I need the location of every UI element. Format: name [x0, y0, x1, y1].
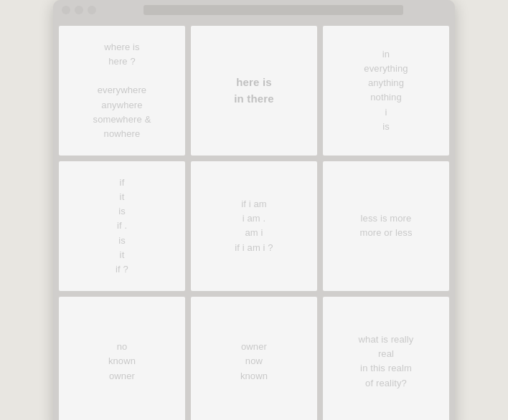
traffic-light-close[interactable] — [62, 6, 70, 14]
titlebar-url-bar — [144, 5, 403, 15]
cell-4: if it is if . is it if ? — [59, 161, 185, 291]
traffic-light-minimize[interactable] — [75, 6, 83, 14]
cell-7: no known owner — [59, 297, 185, 420]
cell-5-text: if i am i am . am i if i am i ? — [235, 197, 273, 255]
cell-3: in everything anything nothing i is — [323, 26, 449, 156]
cell-3-text: in everything anything nothing i is — [364, 47, 408, 134]
browser-window: where is here ? everywhere anywhere some… — [53, 0, 455, 420]
cell-7-text: no known owner — [108, 340, 136, 383]
cell-5: if i am i am . am i if i am i ? — [191, 161, 317, 291]
cell-1-text: where is here ? everywhere anywhere some… — [93, 40, 151, 141]
poem-grid: where is here ? everywhere anywhere some… — [53, 20, 455, 420]
cell-9: what is really real in this realm of rea… — [323, 297, 449, 420]
cell-6-text: less is more more or less — [359, 211, 412, 240]
cell-2: here is in there — [191, 26, 317, 156]
cell-2-text: here is in there — [234, 74, 273, 108]
traffic-light-maximize[interactable] — [88, 6, 96, 14]
cell-8-text: owner now known — [240, 340, 268, 383]
titlebar — [53, 0, 455, 20]
cell-1: where is here ? everywhere anywhere some… — [59, 26, 185, 156]
cell-9-text: what is really real in this realm of rea… — [359, 333, 414, 391]
cell-4-text: if it is if . is it if ? — [116, 176, 128, 277]
cell-8: owner now known — [191, 297, 317, 420]
cell-6: less is more more or less — [323, 161, 449, 291]
